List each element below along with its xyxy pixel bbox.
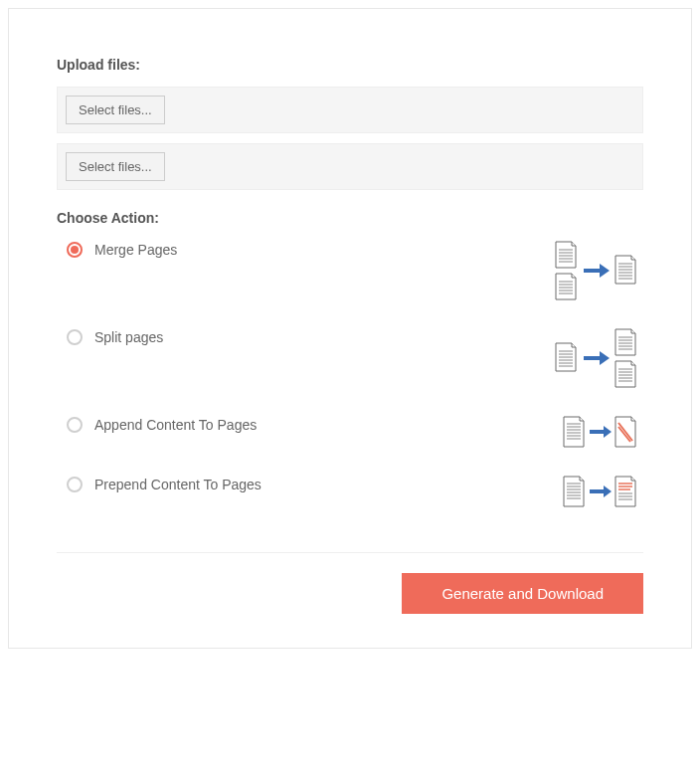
svg-marker-53 [604, 485, 612, 497]
svg-rect-42 [590, 430, 604, 434]
generate-download-button[interactable]: Generate and Download [402, 573, 643, 614]
option-label: Append Content To Pages [94, 417, 257, 433]
radio-icon [67, 329, 83, 345]
upload-row-2: Select files... [57, 143, 643, 190]
svg-marker-43 [604, 426, 612, 438]
upload-row-1: Select files... [57, 87, 643, 133]
action-option-prepend: Prepend Content To Pages [57, 469, 643, 528]
split-pages-icon [554, 327, 643, 391]
svg-rect-24 [584, 356, 600, 360]
radio-merge[interactable]: Merge Pages [67, 240, 177, 258]
merge-pages-icon [554, 240, 643, 303]
prepend-content-icon [562, 475, 643, 510]
select-files-button-2[interactable]: Select files... [66, 152, 165, 181]
upload-heading: Upload files: [57, 57, 643, 73]
option-label: Prepend Content To Pages [94, 477, 262, 492]
svg-rect-52 [590, 489, 604, 493]
radio-icon [67, 417, 83, 433]
radio-icon [67, 242, 83, 258]
divider [57, 552, 643, 553]
radio-icon [67, 477, 83, 492]
svg-marker-11 [600, 264, 610, 278]
svg-marker-25 [600, 351, 610, 365]
option-label: Merge Pages [94, 242, 177, 258]
append-content-icon [562, 415, 643, 451]
radio-split[interactable]: Split pages [67, 327, 163, 345]
action-option-split: Split pages [57, 321, 643, 409]
radio-prepend[interactable]: Prepend Content To Pages [67, 475, 262, 492]
radio-append[interactable]: Append Content To Pages [67, 415, 257, 433]
choose-action-heading: Choose Action: [57, 210, 643, 226]
footer: Generate and Download [57, 573, 643, 624]
action-option-append: Append Content To Pages [57, 409, 643, 469]
option-label: Split pages [94, 329, 163, 345]
svg-rect-10 [584, 269, 600, 273]
select-files-button-1[interactable]: Select files... [66, 96, 165, 124]
form-panel: Upload files: Select files... Select fil… [8, 8, 692, 649]
action-option-merge: Merge Pages [57, 234, 643, 321]
